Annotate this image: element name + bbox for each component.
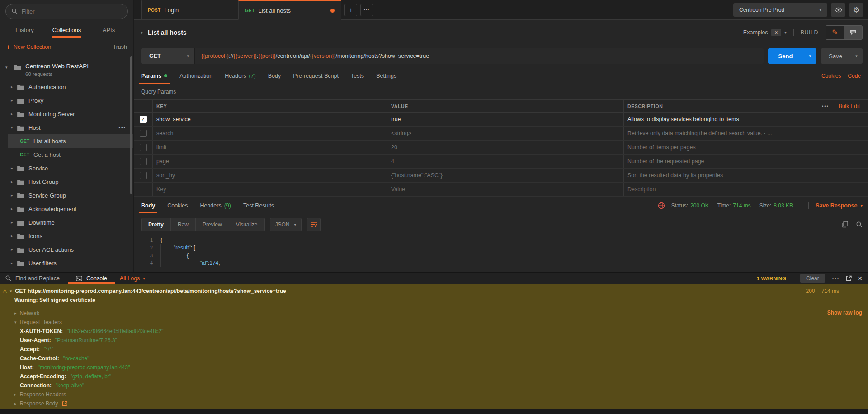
param-key[interactable]: Key (156, 186, 166, 193)
find-and-replace-button[interactable]: Find and Replace (15, 275, 60, 282)
tree-caret-icon[interactable]: ▸ (11, 261, 17, 265)
param-key[interactable]: limit (156, 144, 166, 151)
wrap-text-button[interactable] (307, 218, 321, 231)
save-options-button[interactable]: ▾ (850, 48, 863, 64)
sidebar-item[interactable]: GET List all hosts ••• (0, 134, 133, 148)
param-key[interactable]: search (156, 130, 174, 136)
tree-caret-icon[interactable]: ▸ (11, 166, 17, 170)
tree-caret-icon[interactable]: ▸ (11, 207, 17, 211)
response-body-editor[interactable]: 1{2"result": [3{4"id": 174, (134, 235, 868, 272)
filter-box[interactable] (5, 4, 128, 19)
send-options-button[interactable]: ▾ (803, 48, 816, 64)
param-description[interactable]: Number of items per pages (627, 144, 696, 151)
param-checkbox[interactable]: ✓ (140, 158, 147, 165)
new-collection-button[interactable]: +New Collection (6, 43, 51, 51)
sidebar-tab[interactable]: APIs (88, 23, 130, 38)
tree-caret-icon[interactable]: ▾ (11, 125, 17, 130)
trash-button[interactable]: Trash (113, 44, 127, 50)
request-tab[interactable]: GET List all hosts (238, 0, 341, 20)
param-description[interactable]: Sort the resulted data by its properties (627, 172, 723, 179)
collapse-caret-icon[interactable]: ▸ (141, 30, 143, 35)
response-headers-toggle[interactable]: ▸ Response Headers (0, 390, 868, 399)
item-menu-icon[interactable]: ••• (118, 125, 126, 130)
method-selector[interactable]: GET ▾ (141, 48, 194, 64)
response-tab[interactable]: Test Results (243, 197, 274, 214)
sidebar-item[interactable]: ▸ Service Group ••• (0, 188, 133, 202)
param-value[interactable]: true (391, 116, 401, 122)
response-tab[interactable]: Cookies (167, 197, 188, 214)
request-section-tab[interactable]: Headers (7) (225, 67, 256, 84)
request-section-tab[interactable]: Tests (351, 67, 364, 84)
param-key[interactable]: sort_by (156, 172, 175, 179)
sidebar-item[interactable]: ▸ Icons ••• (0, 229, 133, 243)
param-value[interactable]: Value (391, 186, 405, 193)
open-in-new-icon[interactable] (846, 275, 852, 281)
send-button[interactable]: Send (768, 48, 803, 64)
tree-caret-icon[interactable]: ▸ (11, 112, 17, 116)
view-mode-button[interactable]: Pretty (142, 218, 171, 231)
environment-quick-look-button[interactable] (831, 3, 845, 17)
view-mode-button[interactable]: Preview (196, 218, 229, 231)
comments-button[interactable] (844, 26, 862, 39)
param-description[interactable]: Number of the requested page (627, 158, 704, 165)
param-checkbox[interactable]: ✓ (140, 116, 147, 123)
examples-dropdown[interactable]: Examples 3 ▾ (743, 29, 787, 36)
param-checkbox[interactable]: ✓ (140, 172, 147, 179)
param-value[interactable]: <string> (391, 130, 411, 136)
param-value[interactable]: 4 (391, 158, 394, 165)
response-tab[interactable]: Body (141, 197, 155, 214)
request-section-tab[interactable]: Params (141, 67, 167, 84)
param-checkbox[interactable]: ✓ (140, 144, 147, 151)
format-selector[interactable]: JSON ▾ (270, 218, 302, 231)
new-tab-button[interactable]: + (344, 4, 357, 16)
bulk-edit-link[interactable]: Bulk Edit (839, 103, 860, 109)
request-section-tab[interactable]: Settings (376, 67, 396, 84)
sidebar-scrollbar[interactable] (130, 56, 132, 194)
response-body-toggle[interactable]: ▸ Response Body (0, 399, 868, 408)
tab-options-button[interactable]: ••• (360, 4, 373, 16)
sidebar-item[interactable]: ▸ Proxy ••• (0, 94, 133, 107)
sidebar-item[interactable]: ▸ Host Group ••• (0, 175, 133, 188)
sidebar-item[interactable]: ▾ Host ••• (0, 121, 133, 134)
console-tab[interactable]: Console (71, 273, 112, 284)
request-section-tab[interactable]: Body (268, 67, 281, 84)
view-mode-button[interactable]: Raw (171, 218, 196, 231)
log-filter-dropdown[interactable]: All Logs ▾ (120, 275, 145, 282)
sidebar-tab[interactable]: Collections (46, 23, 88, 38)
tree-caret-icon[interactable]: ▸ (11, 98, 17, 103)
collection-root[interactable]: ▾ Centreon Web RestAPI 60 requests (0, 60, 133, 80)
sidebar-item[interactable]: ▸ Service ••• (0, 161, 133, 175)
response-tab[interactable]: Headers (9) (200, 197, 231, 214)
sidebar-tab[interactable]: History (4, 23, 46, 38)
external-link-icon[interactable] (62, 401, 67, 406)
network-section-toggle[interactable]: ▸ Network (0, 309, 868, 318)
request-section-tab[interactable]: Pre-request Script (293, 67, 339, 84)
url-input[interactable]: {{protocol}}://{{server}}:{{port}}/centr… (194, 48, 764, 64)
save-button[interactable]: Save (821, 48, 850, 64)
tree-caret-icon[interactable]: ▸ (11, 234, 17, 238)
param-value[interactable]: {"host.name":"ASC"} (391, 172, 443, 179)
show-raw-log-link[interactable]: Show raw log (827, 310, 862, 316)
sidebar-item[interactable]: ▸ Monitoring Server ••• (0, 107, 133, 121)
cookies-link[interactable]: Cookies (821, 73, 841, 79)
view-mode-button[interactable]: Visualize (229, 218, 265, 231)
tree-caret-icon[interactable]: ▸ (11, 220, 17, 225)
environment-selector[interactable]: Centreon Pre Prod ▾ (733, 3, 827, 17)
sidebar-item[interactable]: ▸ Authentication ••• (0, 80, 133, 94)
network-warning-icon[interactable] (658, 202, 665, 209)
filter-input[interactable] (22, 8, 122, 15)
console-request-line[interactable]: ⚠ ▾ GET https://monitoring-preprod.compa… (0, 287, 868, 296)
caret-down-icon[interactable]: ▾ (10, 289, 12, 293)
param-value[interactable]: 20 (391, 144, 397, 151)
sidebar-item[interactable]: ▸ Acknowledgement ••• (0, 202, 133, 216)
params-options-icon[interactable]: ••• (822, 104, 829, 108)
tree-caret-icon[interactable]: ▸ (11, 179, 17, 184)
close-console-icon[interactable]: ✕ (857, 275, 863, 282)
copy-icon[interactable] (842, 221, 848, 228)
tree-caret-icon[interactable]: ▸ (11, 193, 17, 198)
param-description[interactable]: Description (627, 186, 656, 193)
param-key[interactable]: show_service (156, 116, 191, 122)
param-checkbox[interactable]: ✓ (140, 130, 147, 137)
param-description[interactable]: Retrieve only data matching the defined … (627, 130, 772, 136)
request-headers-toggle[interactable]: ▾ Request Headers (0, 318, 868, 327)
